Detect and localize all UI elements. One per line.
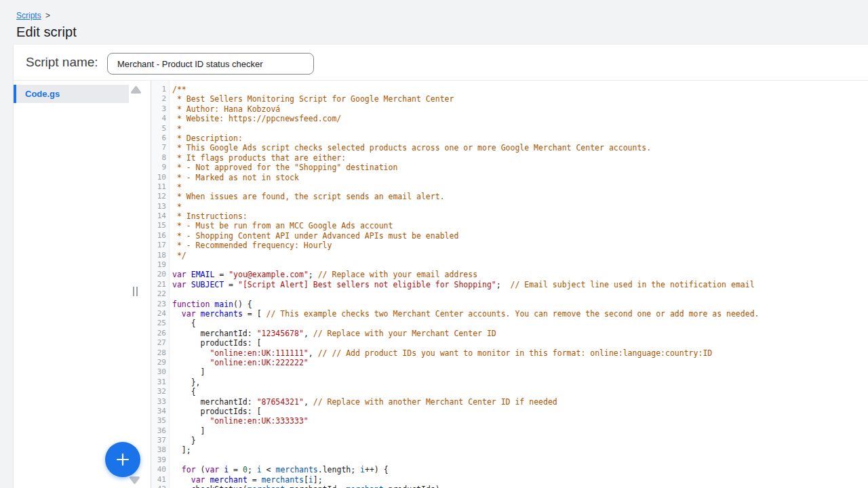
code-line: * It flags products that are either: xyxy=(172,153,868,163)
code-line: var merchants = [ // This example checks… xyxy=(172,309,868,319)
code-line: * - Not approved for the "Shopping" dest… xyxy=(172,163,868,172)
file-tab-label: Code.gs xyxy=(25,89,60,99)
add-script-file-button[interactable] xyxy=(105,442,140,477)
code-line: for (var i = 0; i < merchants.length; i+… xyxy=(172,465,868,474)
scroll-up-arrow-icon[interactable] xyxy=(130,85,142,94)
code-line: */ xyxy=(172,251,868,260)
code-line: "online:en:UK:222222" xyxy=(172,358,868,367)
code-line: * - Recommended frequency: Hourly xyxy=(172,241,868,250)
editor-area: Code.gs 12345678910 xyxy=(14,81,868,488)
code-line: * This Google Ads script checks selected… xyxy=(172,143,868,152)
code-line: * xyxy=(172,202,868,211)
code-line: ]; xyxy=(172,445,868,455)
code-line: productIds: [ xyxy=(172,407,868,416)
code-line: * - Must be run from an MCC Google Ads a… xyxy=(172,221,868,230)
code-line: checkStatus(merchant.merchantId, merchan… xyxy=(172,485,868,488)
code-line: merchantId: "87654321", // Replace with … xyxy=(172,397,868,407)
code-line: "online:en:UK:111111", // // Add product… xyxy=(172,348,868,358)
code-line: { xyxy=(172,319,868,328)
code-line xyxy=(172,260,868,270)
breadcrumb: Scripts > xyxy=(16,11,868,20)
code-line: "online:en:UK:333333" xyxy=(172,416,868,426)
editor-card: Script name: Code.gs xyxy=(14,45,868,488)
code-line: var EMAIL = "you@example.com"; // Replac… xyxy=(172,270,868,279)
code-line: * Instructions: xyxy=(172,211,868,221)
code-line: productIds: [ xyxy=(172,338,868,348)
breadcrumb-scripts-link[interactable]: Scripts xyxy=(16,11,41,20)
code-line: ] xyxy=(172,367,868,377)
code-line: * Description: xyxy=(172,134,868,143)
code-line: var SUBJECT = "[Script Alert] Best selle… xyxy=(172,280,868,289)
file-tab-codegs[interactable]: Code.gs xyxy=(14,85,129,103)
script-name-input[interactable] xyxy=(107,53,314,75)
breadcrumb-separator: > xyxy=(45,11,50,20)
code-line: { xyxy=(172,387,868,396)
code-line: * Website: https://ppcnewsfeed.com/ xyxy=(172,114,868,123)
code-line: function main() { xyxy=(172,300,868,309)
line-number-gutter: 1234567891011121314151617181920212223242… xyxy=(151,81,170,488)
pane-resize-handle-icon[interactable] xyxy=(133,287,138,296)
scroll-down-arrow-icon[interactable] xyxy=(129,476,140,485)
code-line: * Author: Hana Kobzová xyxy=(172,104,868,114)
code-line: * xyxy=(172,124,868,134)
code-line: }, xyxy=(172,378,868,387)
code-line: * xyxy=(172,182,868,192)
code-line: } xyxy=(172,436,868,445)
code-line xyxy=(172,455,868,465)
code-line: /** xyxy=(172,85,868,94)
code-lines[interactable]: /** * Best Sellers Monitoring Script for… xyxy=(170,81,868,488)
code-line: * When issues are found, the script send… xyxy=(172,192,868,201)
file-pane: Code.gs xyxy=(14,81,151,488)
page-title: Edit script xyxy=(16,24,868,40)
code-line: var merchant = merchants[i]; xyxy=(172,475,868,485)
plus-icon xyxy=(114,451,132,468)
script-name-row: Script name: xyxy=(14,45,868,81)
page-header: Scripts > Edit script xyxy=(0,0,868,45)
code-line: ] xyxy=(172,426,868,436)
script-name-label: Script name: xyxy=(26,55,98,70)
code-line: * Best Sellers Monitoring Script for Goo… xyxy=(172,94,868,104)
code-line: * - Marked as not in stock xyxy=(172,173,868,182)
code-line: * - Shopping Content API under Advanced … xyxy=(172,231,868,241)
code-line: merchantId: "12345678", // Replace with … xyxy=(172,329,868,338)
code-line xyxy=(172,289,868,299)
